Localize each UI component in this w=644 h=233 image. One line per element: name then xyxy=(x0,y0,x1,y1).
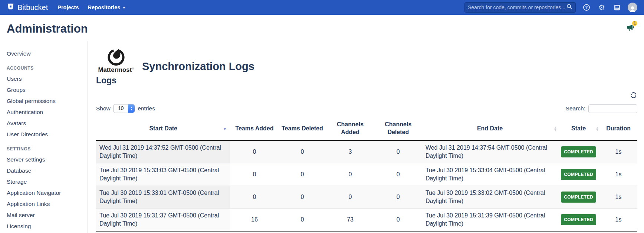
sort-both-icon: ▲▼ xyxy=(554,126,557,132)
whats-new-icon[interactable]: 1 xyxy=(626,23,634,33)
status-badge: COMPLETED xyxy=(561,169,596,180)
col-start-date[interactable]: Start Date ▼ xyxy=(96,117,230,140)
table-search-label: Search: xyxy=(566,105,585,112)
sync-logs-table: Start Date ▼ Teams Added Teams Deleted C… xyxy=(96,117,637,232)
sidebar-item-global-permissions[interactable]: Global permissions xyxy=(7,98,84,104)
cell-teams-deleted: 0 xyxy=(278,140,326,163)
notification-badge: 1 xyxy=(632,21,637,26)
nav-projects[interactable]: Projects xyxy=(58,4,79,10)
table-row: Wed Jul 31 2019 14:37:52 GMT-0500 (Centr… xyxy=(96,140,637,163)
col-channels-added: Channels Added xyxy=(326,117,374,140)
cell-teams-added: 16 xyxy=(230,209,278,232)
cell-end-date: Tue Jul 30 2019 15:33:02 GMT-0500 (Centr… xyxy=(422,186,558,209)
admin-sidebar: Overview ACCOUNTS Users Groups Global pe… xyxy=(0,41,88,233)
sidebar-item-avatars[interactable]: Avatars xyxy=(7,120,84,126)
cell-teams-added: 0 xyxy=(230,163,278,186)
page-header: Administration 1 xyxy=(0,15,644,41)
entries-select[interactable]: 10 ▲▼ xyxy=(113,104,135,113)
top-navbar: Bitbucket Projects Repositories ▼ ? ⚙ xyxy=(0,0,644,15)
sidebar-section-accounts: ACCOUNTS xyxy=(7,66,84,71)
col-teams-added: Teams Added xyxy=(230,117,278,140)
cell-start-date: Tue Jul 30 2019 15:33:03 GMT-0500 (Centr… xyxy=(96,163,230,186)
col-channels-deleted: Channels Deleted xyxy=(374,117,422,140)
col-duration: Duration xyxy=(599,117,637,140)
cell-channels-deleted: 0 xyxy=(374,186,422,209)
cell-duration: 1s xyxy=(599,140,637,163)
global-search-input[interactable] xyxy=(468,4,566,10)
page-title: Administration xyxy=(7,22,88,36)
cell-channels-deleted: 0 xyxy=(374,209,422,232)
sidebar-item-storage[interactable]: Storage xyxy=(7,179,84,185)
nav-repositories-label: Repositories xyxy=(88,4,121,10)
cell-channels-deleted: 0 xyxy=(374,140,422,163)
gear-icon[interactable]: ⚙ xyxy=(597,3,606,12)
cell-duration: 1s xyxy=(599,163,637,186)
cell-state: COMPLETED xyxy=(558,186,599,209)
table-search-input[interactable] xyxy=(588,104,637,113)
cell-channels-added: 0 xyxy=(326,163,374,186)
search-icon[interactable] xyxy=(566,4,572,11)
table-row: Tue Jul 30 2019 15:31:37 GMT-0500 (Centr… xyxy=(96,209,637,232)
nav-repositories[interactable]: Repositories ▼ xyxy=(88,4,126,10)
sidebar-item-users[interactable]: Users xyxy=(7,76,84,82)
show-entries-control: Show 10 ▲▼ entries xyxy=(96,104,155,113)
cell-teams-deleted: 0 xyxy=(278,186,326,209)
sidebar-item-mail-server[interactable]: Mail server xyxy=(7,212,84,218)
sidebar-item-groups[interactable]: Groups xyxy=(7,87,84,93)
cell-teams-deleted: 0 xyxy=(278,209,326,232)
cell-teams-added: 0 xyxy=(230,186,278,209)
status-badge: COMPLETED xyxy=(561,146,596,157)
chevron-down-icon: ▼ xyxy=(122,6,126,10)
bitbucket-bucket-icon xyxy=(7,3,14,12)
cell-end-date: Tue Jul 30 2019 15:33:04 GMT-0500 (Centr… xyxy=(422,163,558,186)
status-badge: COMPLETED xyxy=(561,214,596,225)
sidebar-section-settings: SETTINGS xyxy=(7,146,84,152)
table-header-row: Start Date ▼ Teams Added Teams Deleted C… xyxy=(96,117,637,140)
mattermost-wordmark: Mattermost® xyxy=(98,66,134,73)
bitbucket-logo[interactable]: Bitbucket xyxy=(7,3,48,12)
sort-both-icon: ▲▼ xyxy=(596,126,599,132)
table-search-control: Search: xyxy=(566,104,637,113)
main-content: Mattermost® Synchronization Logs Logs Sh… xyxy=(88,41,644,233)
sidebar-item-application-links[interactable]: Application Links xyxy=(7,201,84,207)
help-icon[interactable]: ? xyxy=(582,3,591,12)
user-avatar[interactable] xyxy=(628,3,637,12)
brand-label: Bitbucket xyxy=(17,3,48,12)
sidebar-item-database[interactable]: Database xyxy=(7,168,84,174)
cell-duration: 1s xyxy=(599,209,637,232)
cell-teams-added: 0 xyxy=(230,140,278,163)
status-badge: COMPLETED xyxy=(561,192,596,203)
mattermost-logo-icon xyxy=(107,48,125,66)
cell-state: COMPLETED xyxy=(558,140,599,163)
entries-label: entries xyxy=(138,105,155,112)
admin-panel-icon[interactable] xyxy=(612,3,621,12)
cell-start-date: Tue Jul 30 2019 15:31:37 GMT-0500 (Centr… xyxy=(96,209,230,232)
cell-end-date: Tue Jul 30 2019 15:31:39 GMT-0500 (Centr… xyxy=(422,209,558,232)
cell-start-date: Wed Jul 31 2019 14:37:52 GMT-0500 (Centr… xyxy=(96,140,230,163)
sidebar-item-user-directories[interactable]: User Directories xyxy=(7,132,84,137)
sidebar-item-server-settings[interactable]: Server settings xyxy=(7,157,84,163)
sidebar-item-licensing[interactable]: Licensing xyxy=(7,223,84,229)
sort-desc-icon: ▼ xyxy=(223,125,227,133)
sidebar-item-overview[interactable]: Overview xyxy=(7,51,84,57)
global-search xyxy=(464,2,576,13)
cell-channels-added: 3 xyxy=(326,140,374,163)
show-label: Show xyxy=(96,105,111,112)
table-row: Tue Jul 30 2019 15:33:03 GMT-0500 (Centr… xyxy=(96,163,637,186)
plugin-heading: Synchronization Logs xyxy=(142,60,254,73)
col-end-date[interactable]: End Date ▲▼ xyxy=(422,117,558,140)
cell-channels-added: 0 xyxy=(326,186,374,209)
mattermost-logo: Mattermost® xyxy=(98,48,134,73)
cell-channels-deleted: 0 xyxy=(374,163,422,186)
cell-state: COMPLETED xyxy=(558,163,599,186)
cell-start-date: Tue Jul 30 2019 15:33:01 GMT-0500 (Centr… xyxy=(96,186,230,209)
cell-state: COMPLETED xyxy=(558,209,599,232)
refresh-icon[interactable] xyxy=(630,91,637,100)
logs-subheading: Logs xyxy=(96,76,637,86)
cell-teams-deleted: 0 xyxy=(278,163,326,186)
cell-duration: 1s xyxy=(599,186,637,209)
sidebar-item-application-navigator[interactable]: Application Navigator xyxy=(7,190,84,196)
sidebar-item-authentication[interactable]: Authentication xyxy=(7,109,84,115)
cell-channels-added: 73 xyxy=(326,209,374,232)
col-state[interactable]: State ▲▼ xyxy=(558,117,599,140)
